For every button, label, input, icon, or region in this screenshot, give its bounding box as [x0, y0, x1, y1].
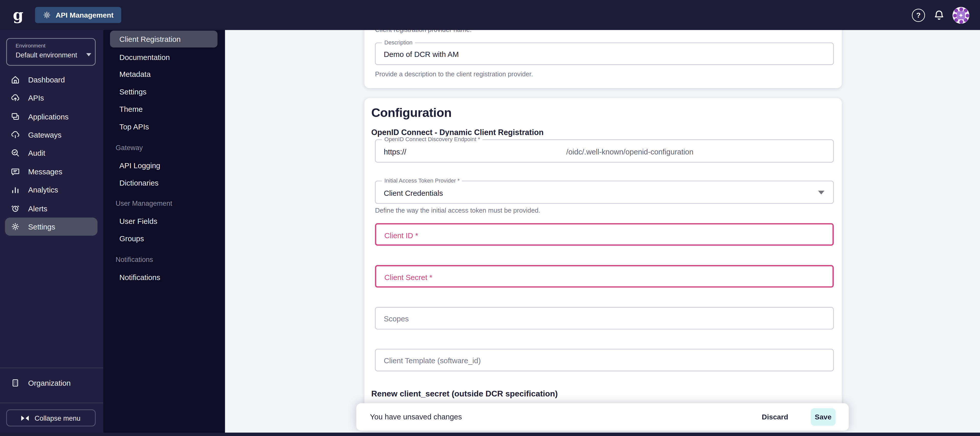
scopes-field[interactable]: Scopes [375, 307, 834, 329]
user-avatar[interactable]: ✦ [953, 7, 969, 24]
sidebar-item-label: Organization [28, 379, 71, 387]
collapse-menu-button[interactable]: Collapse menu [6, 409, 95, 426]
environment-label: Environment [16, 43, 45, 49]
subsidebar-item-metadata[interactable]: Metadata [110, 65, 218, 83]
chevron-down-icon [818, 191, 824, 194]
client-template-field[interactable]: Client Template (software_id) [375, 349, 834, 371]
client-id-label: Client ID * [384, 231, 418, 240]
subsidebar-section-notifications: Notifications [116, 253, 153, 266]
subsidebar-item-client-registration[interactable]: Client Registration [110, 31, 218, 48]
subsidebar-item-label: Theme [119, 105, 143, 113]
main-content: Client registration provider name. Descr… [225, 0, 980, 436]
gear-icon [11, 222, 20, 231]
client-id-field[interactable]: Client ID * [375, 223, 834, 245]
subsidebar-item-label: API Logging [119, 161, 160, 170]
unsaved-changes-message: You have unsaved changes [370, 412, 462, 421]
discard-button[interactable]: Discard [756, 408, 794, 426]
sidebar-divider [0, 403, 103, 403]
help-icon: ? [912, 9, 925, 22]
subsidebar-item-label: Dictionaries [119, 178, 159, 187]
subsidebar-item-settings[interactable]: Settings [110, 83, 218, 100]
token-provider-hint: Define the way the initial access token … [375, 206, 540, 214]
sidebar-item-label: Applications [28, 112, 68, 121]
scopes-label: Scopes [384, 315, 409, 323]
sidebar-item-apis[interactable]: APIs [5, 89, 97, 107]
subsidebar-item-label: Settings [119, 87, 146, 96]
cloud-upload-icon [11, 93, 20, 103]
alarm-icon [11, 204, 20, 213]
subsidebar-item-top-apis[interactable]: Top APIs [110, 118, 218, 135]
home-icon [11, 75, 20, 84]
client-secret-label: Client Secret * [384, 273, 432, 282]
sidebar-item-applications[interactable]: Applications [5, 107, 97, 126]
help-button[interactable]: ? [912, 9, 926, 22]
subsidebar-item-label: Metadata [119, 70, 151, 78]
token-provider-label: Initial Access Token Provider * [382, 178, 462, 184]
environment-selector[interactable]: Environment Default environment [6, 38, 95, 65]
renew-client-secret-heading: Renew client_secret (outside DCR specifi… [371, 389, 558, 398]
sidebar-item-label: Audit [28, 148, 45, 157]
subsidebar-item-api-logging[interactable]: API Logging [110, 157, 218, 174]
environment-value: Default environment [16, 51, 77, 59]
settings-subsidebar: Client Registration Documentation Metada… [103, 0, 225, 436]
save-button[interactable]: Save [811, 408, 835, 426]
avatar-sparkle-icon: ✦ [957, 11, 965, 19]
client-template-label: Client Template (software_id) [384, 356, 481, 365]
bar-chart-icon [11, 185, 20, 194]
collapse-icon [21, 415, 29, 420]
top-bar: g API Management ? ✦ [0, 0, 980, 30]
sidebar-item-label: APIs [28, 94, 44, 102]
audit-search-icon [11, 148, 20, 158]
unsaved-changes-bar: You have unsaved changes Discard Save [356, 403, 849, 431]
api-management-button[interactable]: API Management [35, 7, 121, 23]
subsidebar-item-groups[interactable]: Groups [110, 230, 218, 247]
sidebar-item-label: Messages [28, 167, 62, 176]
subsidebar-item-label: User Fields [119, 217, 158, 225]
applications-icon [11, 112, 20, 121]
sidebar-item-organization[interactable]: Organization [5, 374, 97, 392]
subsidebar-item-dictionaries[interactable]: Dictionaries [110, 174, 218, 191]
description-field-label: Description [382, 39, 415, 45]
subsidebar-item-label: Top APIs [119, 122, 149, 131]
sidebar-item-settings[interactable]: Settings [5, 218, 97, 236]
sidebar-item-label: Settings [28, 222, 55, 231]
description-field[interactable]: Description Demo of DCR with AM [375, 43, 834, 65]
cloud-gateway-icon [11, 130, 20, 139]
token-provider-value: Client Credentials [384, 189, 443, 197]
configuration-card: Configuration OpenID Connect - Dynamic C… [364, 98, 842, 428]
sidebar-item-audit[interactable]: Audit [5, 144, 97, 162]
sidebar-item-dashboard[interactable]: Dashboard [5, 71, 97, 89]
sidebar-divider [0, 368, 103, 368]
sidebar-item-label: Gateways [28, 130, 62, 139]
chevron-down-icon [86, 53, 91, 56]
subsidebar-item-user-fields[interactable]: User Fields [110, 213, 218, 229]
discovery-endpoint-suffix: /oidc/.well-known/openid-configuration [566, 148, 694, 156]
sidebar-item-messages[interactable]: Messages [5, 162, 97, 181]
discovery-endpoint-prefix: https:// [384, 148, 406, 156]
subsidebar-item-label: Groups [119, 234, 144, 243]
subsidebar-section-user-management: User Management [116, 196, 172, 210]
subsidebar-item-theme[interactable]: Theme [110, 100, 218, 118]
subsidebar-item-notifications[interactable]: Notifications [110, 269, 218, 286]
sidebar-item-label: Alerts [28, 204, 47, 213]
window-bottom-edge [0, 433, 980, 436]
gear-icon [43, 11, 51, 19]
sidebar-item-label: Analytics [28, 185, 58, 194]
discovery-endpoint-field[interactable]: OpenID Connect Discovery Endpoint * http… [375, 139, 834, 162]
discovery-endpoint-label: OpenID Connect Discovery Endpoint * [382, 136, 483, 142]
gravitee-logo: g [10, 7, 26, 23]
api-management-label: API Management [56, 11, 114, 19]
client-secret-field[interactable]: Client Secret * [375, 265, 834, 288]
token-provider-select[interactable]: Initial Access Token Provider * Client C… [375, 181, 834, 204]
description-field-value: Demo of DCR with AM [384, 50, 459, 59]
subsidebar-item-documentation[interactable]: Documentation [110, 49, 218, 65]
description-field-hint: Provide a description to the client regi… [375, 70, 533, 77]
app-window: Client registration provider name. Descr… [0, 0, 980, 436]
configuration-subtitle: OpenID Connect - Dynamic Client Registra… [371, 128, 544, 137]
message-icon [11, 167, 20, 177]
sidebar-item-analytics[interactable]: Analytics [5, 181, 97, 199]
sidebar-item-label: Dashboard [28, 75, 65, 84]
notifications-button[interactable] [932, 9, 946, 22]
sidebar-item-gateways[interactable]: Gateways [5, 126, 97, 144]
sidebar-item-alerts[interactable]: Alerts [5, 199, 97, 218]
